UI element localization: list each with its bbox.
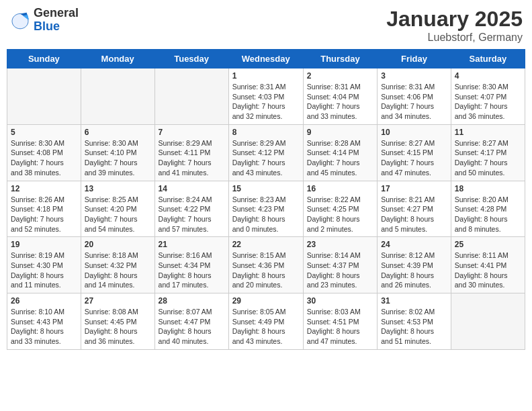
day-number: 21 bbox=[159, 240, 225, 249]
day-info: Sunrise: 8:10 AM Sunset: 4:43 PM Dayligh… bbox=[11, 307, 77, 347]
day-info: Sunrise: 8:14 AM Sunset: 4:37 PM Dayligh… bbox=[307, 250, 373, 290]
calendar-cell: 8Sunrise: 8:29 AM Sunset: 4:12 PM Daylig… bbox=[228, 124, 303, 181]
calendar-cell bbox=[154, 68, 228, 125]
calendar-cell bbox=[81, 68, 154, 125]
day-number: 31 bbox=[381, 296, 447, 306]
calendar-cell: 10Sunrise: 8:27 AM Sunset: 4:15 PM Dayli… bbox=[378, 124, 451, 181]
calendar-week-row: 12Sunrise: 8:26 AM Sunset: 4:18 PM Dayli… bbox=[7, 181, 525, 237]
calendar-cell: 18Sunrise: 8:20 AM Sunset: 4:28 PM Dayli… bbox=[451, 181, 525, 237]
day-number: 2 bbox=[307, 71, 373, 81]
day-info: Sunrise: 8:12 AM Sunset: 4:39 PM Dayligh… bbox=[381, 250, 447, 290]
weekday-header: Saturday bbox=[451, 50, 525, 68]
calendar-cell: 15Sunrise: 8:23 AM Sunset: 4:23 PM Dayli… bbox=[228, 181, 303, 237]
month-title: January 2025 bbox=[386, 7, 523, 32]
day-info: Sunrise: 8:11 AM Sunset: 4:41 PM Dayligh… bbox=[455, 250, 521, 290]
day-number: 19 bbox=[11, 240, 77, 249]
calendar-cell: 16Sunrise: 8:22 AM Sunset: 4:25 PM Dayli… bbox=[303, 181, 377, 237]
day-info: Sunrise: 8:21 AM Sunset: 4:27 PM Dayligh… bbox=[381, 195, 447, 234]
day-info: Sunrise: 8:31 AM Sunset: 4:04 PM Dayligh… bbox=[307, 82, 373, 122]
calendar-cell: 20Sunrise: 8:18 AM Sunset: 4:32 PM Dayli… bbox=[81, 237, 154, 293]
day-info: Sunrise: 8:30 AM Sunset: 4:07 PM Dayligh… bbox=[455, 82, 521, 122]
day-number: 17 bbox=[381, 184, 447, 193]
logo-icon bbox=[9, 9, 31, 31]
calendar-cell: 1Sunrise: 8:31 AM Sunset: 4:03 PM Daylig… bbox=[228, 68, 303, 125]
calendar-cell: 6Sunrise: 8:30 AM Sunset: 4:10 PM Daylig… bbox=[81, 124, 154, 181]
day-number: 11 bbox=[455, 128, 521, 137]
location-text: Luebstorf, Germany bbox=[386, 32, 523, 44]
calendar-week-row: 5Sunrise: 8:30 AM Sunset: 4:08 PM Daylig… bbox=[7, 124, 525, 181]
calendar-week-row: 26Sunrise: 8:10 AM Sunset: 4:43 PM Dayli… bbox=[7, 293, 525, 350]
day-info: Sunrise: 8:30 AM Sunset: 4:08 PM Dayligh… bbox=[11, 138, 77, 178]
day-number: 4 bbox=[455, 71, 521, 81]
day-info: Sunrise: 8:07 AM Sunset: 4:47 PM Dayligh… bbox=[159, 307, 225, 347]
day-info: Sunrise: 8:23 AM Sunset: 4:23 PM Dayligh… bbox=[232, 195, 300, 234]
calendar-cell: 2Sunrise: 8:31 AM Sunset: 4:04 PM Daylig… bbox=[303, 68, 377, 125]
calendar-cell: 29Sunrise: 8:05 AM Sunset: 4:49 PM Dayli… bbox=[228, 293, 303, 350]
day-info: Sunrise: 8:28 AM Sunset: 4:14 PM Dayligh… bbox=[307, 138, 373, 178]
calendar-cell: 28Sunrise: 8:07 AM Sunset: 4:47 PM Dayli… bbox=[154, 293, 228, 350]
day-number: 20 bbox=[85, 240, 151, 249]
day-number: 26 bbox=[11, 296, 77, 306]
calendar-cell: 9Sunrise: 8:28 AM Sunset: 4:14 PM Daylig… bbox=[303, 124, 377, 181]
day-info: Sunrise: 8:24 AM Sunset: 4:22 PM Dayligh… bbox=[159, 195, 225, 234]
calendar-week-row: 19Sunrise: 8:19 AM Sunset: 4:30 PM Dayli… bbox=[7, 237, 525, 293]
day-number: 1 bbox=[232, 71, 300, 81]
day-info: Sunrise: 8:29 AM Sunset: 4:12 PM Dayligh… bbox=[232, 138, 300, 178]
calendar-table: SundayMondayTuesdayWednesdayThursdayFrid… bbox=[7, 49, 525, 350]
day-number: 24 bbox=[381, 240, 447, 249]
calendar-cell: 13Sunrise: 8:25 AM Sunset: 4:20 PM Dayli… bbox=[81, 181, 154, 237]
day-info: Sunrise: 8:31 AM Sunset: 4:03 PM Dayligh… bbox=[232, 82, 300, 122]
calendar-cell: 21Sunrise: 8:16 AM Sunset: 4:34 PM Dayli… bbox=[154, 237, 228, 293]
title-block: January 2025 Luebstorf, Germany bbox=[386, 7, 523, 44]
day-number: 14 bbox=[159, 184, 225, 193]
calendar-cell: 23Sunrise: 8:14 AM Sunset: 4:37 PM Dayli… bbox=[303, 237, 377, 293]
calendar-week-row: 1Sunrise: 8:31 AM Sunset: 4:03 PM Daylig… bbox=[7, 68, 525, 125]
calendar-cell: 7Sunrise: 8:29 AM Sunset: 4:11 PM Daylig… bbox=[154, 124, 228, 181]
day-info: Sunrise: 8:02 AM Sunset: 4:53 PM Dayligh… bbox=[381, 307, 447, 347]
day-info: Sunrise: 8:16 AM Sunset: 4:34 PM Dayligh… bbox=[159, 250, 225, 290]
day-number: 7 bbox=[159, 128, 225, 137]
weekday-header: Monday bbox=[81, 50, 154, 68]
calendar-cell: 31Sunrise: 8:02 AM Sunset: 4:53 PM Dayli… bbox=[378, 293, 451, 350]
day-info: Sunrise: 8:15 AM Sunset: 4:36 PM Dayligh… bbox=[232, 250, 300, 290]
day-number: 13 bbox=[85, 184, 151, 193]
weekday-header: Friday bbox=[378, 50, 451, 68]
day-info: Sunrise: 8:29 AM Sunset: 4:11 PM Dayligh… bbox=[159, 138, 225, 178]
day-info: Sunrise: 8:26 AM Sunset: 4:18 PM Dayligh… bbox=[11, 195, 77, 234]
calendar-cell: 19Sunrise: 8:19 AM Sunset: 4:30 PM Dayli… bbox=[7, 237, 81, 293]
calendar-cell bbox=[451, 293, 525, 350]
calendar-cell: 30Sunrise: 8:03 AM Sunset: 4:51 PM Dayli… bbox=[303, 293, 377, 350]
day-info: Sunrise: 8:30 AM Sunset: 4:10 PM Dayligh… bbox=[85, 138, 151, 178]
weekday-header: Thursday bbox=[303, 50, 377, 68]
day-number: 23 bbox=[307, 240, 373, 249]
day-number: 12 bbox=[11, 184, 77, 193]
weekday-header: Wednesday bbox=[228, 50, 303, 68]
day-info: Sunrise: 8:22 AM Sunset: 4:25 PM Dayligh… bbox=[307, 195, 373, 234]
calendar-cell: 3Sunrise: 8:31 AM Sunset: 4:06 PM Daylig… bbox=[378, 68, 451, 125]
day-number: 9 bbox=[307, 128, 373, 137]
day-number: 30 bbox=[307, 296, 373, 306]
calendar-cell bbox=[7, 68, 81, 125]
day-number: 15 bbox=[232, 184, 300, 193]
calendar-cell: 12Sunrise: 8:26 AM Sunset: 4:18 PM Dayli… bbox=[7, 181, 81, 237]
day-info: Sunrise: 8:27 AM Sunset: 4:15 PM Dayligh… bbox=[381, 138, 447, 178]
day-number: 16 bbox=[307, 184, 373, 193]
calendar-cell: 22Sunrise: 8:15 AM Sunset: 4:36 PM Dayli… bbox=[228, 237, 303, 293]
day-info: Sunrise: 8:20 AM Sunset: 4:28 PM Dayligh… bbox=[455, 195, 521, 234]
logo-text: General Blue bbox=[34, 7, 79, 34]
day-info: Sunrise: 8:19 AM Sunset: 4:30 PM Dayligh… bbox=[11, 250, 77, 290]
day-info: Sunrise: 8:18 AM Sunset: 4:32 PM Dayligh… bbox=[85, 250, 151, 290]
day-info: Sunrise: 8:31 AM Sunset: 4:06 PM Dayligh… bbox=[381, 82, 447, 122]
day-number: 18 bbox=[455, 184, 521, 193]
day-number: 8 bbox=[232, 128, 300, 137]
day-number: 28 bbox=[159, 296, 225, 306]
day-number: 27 bbox=[85, 296, 151, 306]
calendar-cell: 24Sunrise: 8:12 AM Sunset: 4:39 PM Dayli… bbox=[378, 237, 451, 293]
calendar-cell: 17Sunrise: 8:21 AM Sunset: 4:27 PM Dayli… bbox=[378, 181, 451, 237]
logo-general-text: General bbox=[34, 7, 79, 20]
page-header: General Blue January 2025 Luebstorf, Ger… bbox=[7, 7, 525, 44]
day-info: Sunrise: 8:25 AM Sunset: 4:20 PM Dayligh… bbox=[85, 195, 151, 234]
day-number: 22 bbox=[232, 240, 300, 249]
calendar-cell: 25Sunrise: 8:11 AM Sunset: 4:41 PM Dayli… bbox=[451, 237, 525, 293]
day-number: 6 bbox=[85, 128, 151, 137]
